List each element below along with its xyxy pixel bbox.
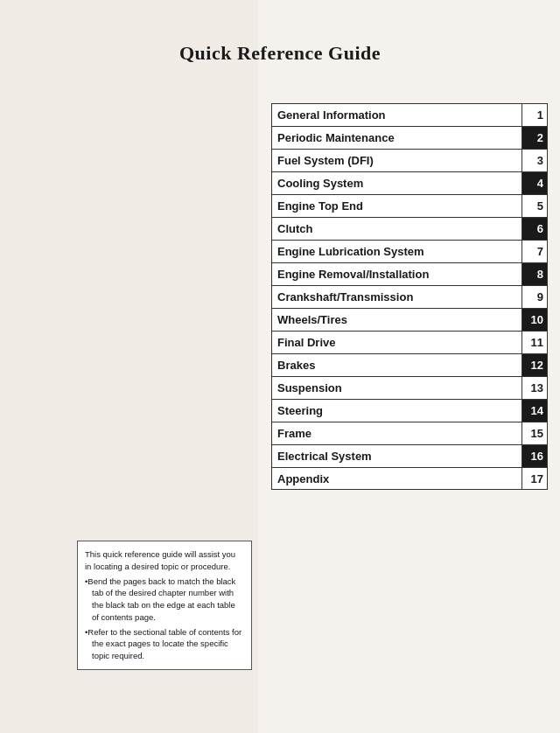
toc-row[interactable]: General Information1 [271,103,548,126]
toc-row[interactable]: Electrical System16 [271,444,548,467]
toc-number: 7 [522,241,547,262]
toc-row[interactable]: Wheels/Tires10 [271,308,548,331]
note-bullet1: •Bend the pages back to match the black … [85,576,244,624]
toc-label: Steering [272,400,522,422]
toc-row[interactable]: Suspension13 [271,376,548,399]
toc-number: 16 [522,445,547,467]
toc-row[interactable]: Fuel System (DFI)3 [271,149,548,171]
toc-row[interactable]: Periodic Maintenance2 [271,126,548,149]
toc-label: Engine Lubrication System [272,241,522,262]
toc-number: 10 [522,309,547,331]
toc-label: General Information [272,104,522,126]
toc-number: 11 [522,332,547,353]
toc-number: 6 [522,218,547,240]
toc-row[interactable]: Clutch6 [271,217,548,240]
toc-label: Crankshaft/Transmission [272,286,522,308]
toc-row[interactable]: Appendix17 [271,467,548,490]
toc-label: Final Drive [272,332,522,353]
toc-number: 12 [522,354,547,376]
toc-label: Clutch [272,218,522,240]
toc-row[interactable]: Cooling System4 [271,171,548,194]
toc-row[interactable]: Crankshaft/Transmission9 [271,285,548,308]
toc-row[interactable]: Engine Removal/Installation8 [271,262,548,285]
toc-number: 8 [522,263,547,285]
toc-label: Wheels/Tires [272,309,522,331]
note-bullet2: •Refer to the sectional table of content… [85,626,244,662]
title-area: Quick Reference Guide [0,42,560,65]
toc-label: Suspension [272,377,522,399]
toc-label: Electrical System [272,445,522,467]
toc-container: General Information1Periodic Maintenance… [271,103,548,490]
toc-label: Fuel System (DFI) [272,150,522,171]
page-title: Quick Reference Guide [0,42,560,65]
toc-number: 3 [522,150,547,171]
note-intro: This quick reference guide will assist y… [85,549,235,571]
toc-number: 5 [522,195,547,217]
toc-label: Periodic Maintenance [272,127,522,149]
toc-number: 9 [522,286,547,308]
toc-number: 17 [522,468,547,489]
note-text: This quick reference guide will assist y… [85,548,244,662]
toc-row[interactable]: Frame15 [271,422,548,444]
note-box: This quick reference guide will assist y… [77,541,252,670]
toc-number: 1 [522,104,547,126]
toc-number: 2 [522,127,547,149]
toc-label: Cooling System [272,172,522,194]
toc-number: 14 [522,400,547,422]
toc-label: Appendix [272,468,522,489]
toc-row[interactable]: Final Drive11 [271,331,548,353]
toc-label: Brakes [272,354,522,376]
toc-row[interactable]: Steering14 [271,399,548,422]
toc-row[interactable]: Engine Lubrication System7 [271,240,548,262]
toc-label: Engine Removal/Installation [272,263,522,285]
toc-label: Engine Top End [272,195,522,217]
toc-number: 15 [522,422,547,444]
toc-number: 4 [522,172,547,194]
page: Quick Reference Guide General Informatio… [0,0,560,733]
toc-label: Frame [272,422,522,444]
toc-row[interactable]: Brakes12 [271,353,548,376]
toc-number: 13 [522,377,547,399]
toc-row[interactable]: Engine Top End5 [271,194,548,217]
